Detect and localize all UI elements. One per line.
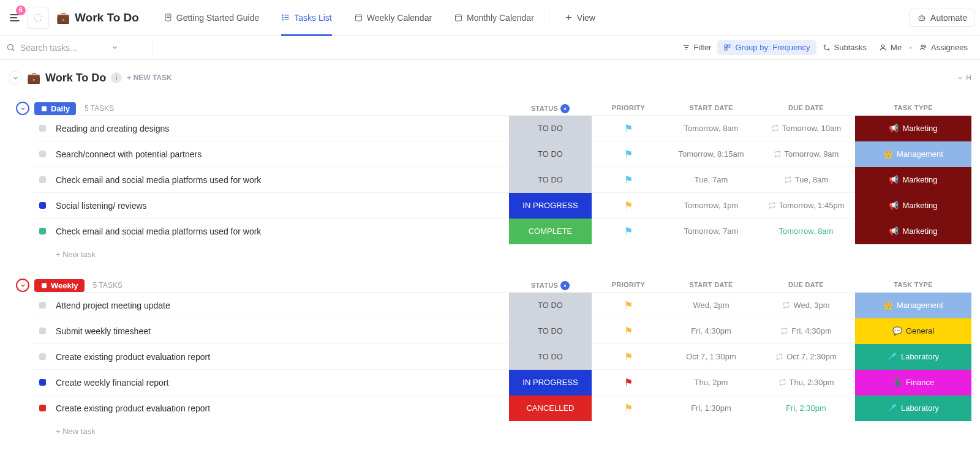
status-square[interactable] xyxy=(39,125,46,132)
start-date-cell[interactable]: Tomorrow, 7am xyxy=(665,219,757,244)
task-name[interactable]: Attend project meeting update xyxy=(56,301,509,310)
collapse-all-button[interactable] xyxy=(9,71,22,84)
due-date-cell[interactable]: Tomorrow, 1:45pm xyxy=(757,193,855,219)
due-date-cell[interactable]: Oct 7, 2:30pm xyxy=(757,344,855,370)
status-cell[interactable]: TO DO xyxy=(509,318,592,344)
due-date-cell[interactable]: Thu, 2:30pm xyxy=(757,370,855,395)
status-cell[interactable]: IN PROGRESS xyxy=(509,370,592,395)
status-cell[interactable]: IN PROGRESS xyxy=(509,193,592,219)
task-name[interactable]: Reading and creating designs xyxy=(56,124,509,133)
priority-cell[interactable]: ⚑ xyxy=(592,293,665,318)
me-button[interactable]: Me xyxy=(873,40,908,55)
task-row[interactable]: Social listening/ reviews IN PROGRESS ⚑ … xyxy=(34,192,971,218)
start-date-cell[interactable]: Tomorrow, 8:15am xyxy=(665,141,757,167)
due-date-cell[interactable]: Fri, 2:30pm xyxy=(757,395,855,421)
priority-cell[interactable]: ⚑ xyxy=(592,370,665,395)
start-date-cell[interactable]: Tomorrow, 8am xyxy=(665,116,757,141)
workspace-icon[interactable] xyxy=(27,7,49,29)
priority-cell[interactable]: ⚑ xyxy=(592,344,665,370)
due-date-cell[interactable]: Tomorrow, 10am xyxy=(757,116,855,141)
task-name[interactable]: Check email and social media platforms u… xyxy=(56,175,509,185)
tab-getting-started[interactable]: Getting Started Guide xyxy=(154,0,269,36)
chevron-down-icon[interactable] xyxy=(111,43,119,51)
add-task-button[interactable]: + New task xyxy=(56,427,971,436)
task-type-cell[interactable]: 👑Management xyxy=(855,141,971,167)
task-name[interactable]: Create weekly financial report xyxy=(56,378,509,388)
due-date-cell[interactable]: Tue, 8am xyxy=(757,167,855,193)
task-type-cell[interactable]: 🧪Laboratory xyxy=(855,344,971,370)
group-by-button[interactable]: Group by: Frequency xyxy=(717,40,816,55)
start-date-cell[interactable]: Fri, 1:30pm xyxy=(665,395,757,421)
status-cell[interactable]: CANCELLED xyxy=(509,395,592,421)
status-square[interactable] xyxy=(39,328,46,334)
status-cell[interactable]: TO DO xyxy=(509,167,592,193)
col-task-type[interactable]: TASK TYPE xyxy=(855,281,971,290)
col-due-date[interactable]: DUE DATE xyxy=(757,104,855,113)
task-name[interactable]: Search/connect with potential partners xyxy=(56,149,509,159)
priority-cell[interactable]: ⚑ xyxy=(592,116,665,141)
col-start-date[interactable]: START DATE xyxy=(665,104,757,113)
priority-cell[interactable]: ⚑ xyxy=(592,219,665,244)
task-name[interactable]: Submit weekly timesheet xyxy=(56,326,509,336)
start-date-cell[interactable]: Wed, 2pm xyxy=(665,293,757,318)
search-input[interactable] xyxy=(20,43,106,53)
start-date-cell[interactable]: Thu, 2pm xyxy=(665,370,757,395)
add-view-button[interactable]: View xyxy=(554,0,605,36)
task-name[interactable]: Check email and social media platforms u… xyxy=(56,227,509,236)
status-square[interactable] xyxy=(39,176,46,183)
status-cell[interactable]: COMPLETE xyxy=(509,219,592,244)
task-type-cell[interactable]: 👑Management xyxy=(855,293,971,318)
group-label[interactable]: Weekly xyxy=(34,279,85,292)
col-priority[interactable]: PRIORITY xyxy=(592,104,665,113)
col-task-type[interactable]: TASK TYPE xyxy=(855,104,971,113)
assignees-button[interactable]: Assignees xyxy=(913,40,974,55)
add-task-button[interactable]: + New task xyxy=(56,250,971,259)
start-date-cell[interactable]: Tue, 7am xyxy=(665,167,757,193)
priority-cell[interactable]: ⚑ xyxy=(592,318,665,344)
task-type-cell[interactable]: 📢Marketing xyxy=(855,167,971,193)
task-row[interactable]: Reading and creating designs TO DO ⚑ Tom… xyxy=(34,115,971,141)
priority-cell[interactable]: ⚑ xyxy=(592,193,665,219)
automate-button[interactable]: Automate xyxy=(909,9,975,27)
start-date-cell[interactable]: Tomorrow, 1pm xyxy=(665,193,757,219)
info-icon[interactable]: i xyxy=(111,72,122,83)
task-type-cell[interactable]: 💬General xyxy=(855,318,971,344)
task-name[interactable]: Social listening/ reviews xyxy=(56,201,509,211)
start-date-cell[interactable]: Oct 7, 1:30pm xyxy=(665,344,757,370)
due-date-cell[interactable]: Fri, 4:30pm xyxy=(757,318,855,344)
task-row[interactable]: Submit weekly timesheet TO DO ⚑ Fri, 4:3… xyxy=(34,318,971,343)
task-type-cell[interactable]: 📢Marketing xyxy=(855,116,971,141)
priority-cell[interactable]: ⚑ xyxy=(592,167,665,193)
filter-button[interactable]: Filter xyxy=(676,40,718,55)
task-type-cell[interactable]: 📢Marketing xyxy=(855,193,971,219)
status-cell[interactable]: TO DO xyxy=(509,116,592,141)
task-name[interactable]: Create existing product evaluation repor… xyxy=(56,403,509,413)
col-status[interactable]: STATUS xyxy=(509,281,592,290)
col-start-date[interactable]: START DATE xyxy=(665,281,757,290)
hide-button[interactable]: H xyxy=(957,73,971,82)
task-row[interactable]: Attend project meeting update TO DO ⚑ We… xyxy=(34,292,971,318)
status-square[interactable] xyxy=(39,405,46,411)
priority-cell[interactable]: ⚑ xyxy=(592,141,665,167)
group-label[interactable]: Daily xyxy=(34,102,76,115)
task-name[interactable]: Create existing product evaluation repor… xyxy=(56,352,509,362)
task-row[interactable]: Create existing product evaluation repor… xyxy=(34,395,971,421)
due-date-cell[interactable]: Wed, 3pm xyxy=(757,293,855,318)
status-cell[interactable]: TO DO xyxy=(509,293,592,318)
col-priority[interactable]: PRIORITY xyxy=(592,281,665,290)
col-status[interactable]: STATUS xyxy=(509,104,592,113)
group-collapse-button[interactable] xyxy=(16,279,29,292)
status-square[interactable] xyxy=(39,353,46,360)
task-row[interactable]: Create weekly financial report IN PROGRE… xyxy=(34,369,971,395)
priority-cell[interactable]: ⚑ xyxy=(592,395,665,421)
task-row[interactable]: Create existing product evaluation repor… xyxy=(34,343,971,369)
task-row[interactable]: Check email and social media platforms u… xyxy=(34,218,971,244)
task-type-cell[interactable]: 💲Finance xyxy=(855,370,971,395)
due-date-cell[interactable]: Tomorrow, 8am xyxy=(757,219,855,244)
col-due-date[interactable]: DUE DATE xyxy=(757,281,855,290)
tab-monthly-calendar[interactable]: Monthly Calendar xyxy=(444,0,544,36)
due-date-cell[interactable]: Tomorrow, 9am xyxy=(757,141,855,167)
status-square[interactable] xyxy=(39,379,46,386)
status-square[interactable] xyxy=(39,202,46,209)
start-date-cell[interactable]: Fri, 4:30pm xyxy=(665,318,757,344)
